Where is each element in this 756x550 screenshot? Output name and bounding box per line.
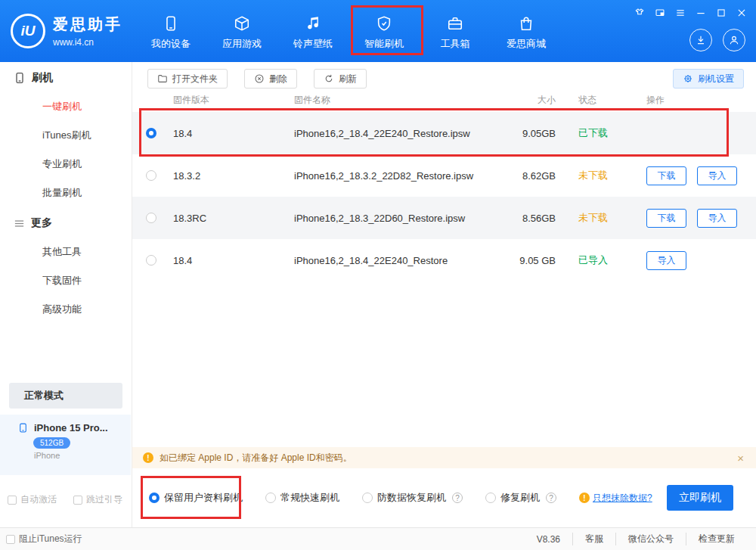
- erase-data-link-group: ! 只想抹除数据?: [579, 492, 652, 505]
- sidebar-item-download-firmware[interactable]: 下载固件: [0, 266, 132, 295]
- status-bar: 阻止iTunes运行 V8.36 客服 微信公众号 检查更新: [0, 527, 756, 550]
- device-card[interactable]: iPhone 15 Pro... 512GB iPhone: [0, 415, 131, 475]
- checkbox-label: 自动激活: [20, 493, 57, 506]
- minimize-icon[interactable]: [696, 8, 706, 18]
- nav-item-mall[interactable]: 爱思商城: [502, 15, 550, 51]
- download-button[interactable]: 下载: [646, 166, 686, 185]
- firmware-name: iPhone16,2_18.3.2_22D82_Restore.ipsw: [291, 170, 491, 182]
- option-keep-user-data[interactable]: 保留用户资料刷机: [149, 491, 243, 505]
- maximize-icon[interactable]: [716, 8, 727, 18]
- float-window-icon[interactable]: [655, 8, 665, 18]
- gear-icon: [683, 73, 693, 84]
- firmware-version: 18.4: [167, 128, 291, 139]
- help-icon[interactable]: ?: [546, 493, 556, 503]
- logo-text: 爱思助手 www.i4.cn: [53, 14, 122, 48]
- device-phone-icon: [18, 422, 28, 433]
- skin-icon[interactable]: [634, 8, 645, 18]
- option-label: 修复刷机: [500, 491, 540, 505]
- logo-mark: iU: [21, 23, 36, 39]
- table-row[interactable]: 18.4 iPhone16,2_18.4_22E240_Restore.ipsw…: [132, 112, 756, 154]
- sidebar-item-one-click-flash[interactable]: 一键刷机: [0, 92, 132, 121]
- empty-area: [132, 281, 756, 447]
- checkbox-icon: [8, 496, 17, 505]
- customer-service-link[interactable]: 客服: [572, 533, 615, 545]
- wechat-account-link[interactable]: 微信公众号: [615, 533, 686, 545]
- flash-settings-button[interactable]: 刷机设置: [673, 69, 744, 89]
- delete-button[interactable]: 删除: [244, 69, 297, 89]
- menu-icon[interactable]: [675, 8, 686, 18]
- nav-item-ringtones-wallpapers[interactable]: 铃声壁纸: [289, 15, 337, 51]
- firmware-name: iPhone16,2_18.4_22E240_Restore: [291, 255, 491, 266]
- firmware-name: iPhone16,2_18.4_22E240_Restore.ipsw: [291, 128, 491, 139]
- sidebar-item-other-tools[interactable]: 其他工具: [0, 238, 132, 266]
- check-update-link[interactable]: 检查更新: [686, 533, 747, 545]
- toolbar: 打开文件夹 删除 刷新 刷机设置: [132, 62, 756, 89]
- flash-now-button[interactable]: 立即刷机: [667, 485, 733, 511]
- radio-selected[interactable]: [146, 128, 156, 138]
- refresh-button[interactable]: 刷新: [314, 69, 367, 89]
- section-title: 更多: [31, 216, 52, 230]
- import-button[interactable]: 导入: [697, 209, 737, 228]
- table-row[interactable]: 18.3.2 iPhone16,2_18.3.2_22D82_Restore.i…: [132, 154, 756, 197]
- notice-close-icon[interactable]: ×: [737, 452, 744, 465]
- user-account-button[interactable]: [723, 29, 745, 51]
- sidebar: 刷机 一键刷机 iTunes刷机 专业刷机 批量刷机 更多 其他工具 下载固件 …: [0, 62, 132, 527]
- close-icon[interactable]: [736, 8, 747, 18]
- hamburger-icon: [14, 218, 25, 229]
- app-url: www.i4.cn: [53, 37, 122, 48]
- option-repair-flash[interactable]: 修复刷机 ?: [485, 491, 556, 505]
- refresh-icon: [324, 73, 334, 84]
- auto-activate-checkbox[interactable]: 自动激活: [8, 493, 57, 506]
- table-row[interactable]: 18.4 iPhone16,2_18.4_22E240_Restore 9.05…: [132, 239, 756, 281]
- radio-unselected[interactable]: [265, 493, 276, 503]
- option-label: 保留用户资料刷机: [164, 491, 243, 505]
- download-manager-button[interactable]: [689, 29, 712, 51]
- radio-unselected[interactable]: [146, 170, 156, 181]
- block-itunes-checkbox[interactable]: 阻止iTunes运行: [6, 533, 82, 545]
- sidebar-section-more: 更多: [0, 207, 132, 238]
- checkbox-label: 跳过引导: [86, 493, 122, 506]
- row-actions: 下载 导入: [635, 209, 756, 228]
- nav-item-toolbox[interactable]: 工具箱: [431, 15, 479, 51]
- import-button[interactable]: 导入: [646, 251, 686, 270]
- radio-cell: [132, 213, 167, 223]
- firmware-status: 未下载: [575, 211, 635, 225]
- table-row[interactable]: 18.3RC iPhone16,2_18.3_22D60_Restore.ips…: [132, 197, 756, 239]
- radio-unselected[interactable]: [146, 213, 156, 223]
- nav-item-my-devices[interactable]: 我的设备: [147, 15, 195, 51]
- button-label: 刷机设置: [698, 73, 734, 85]
- phone-icon: [14, 72, 26, 84]
- folder-icon: [157, 73, 168, 84]
- sidebar-item-pro-flash[interactable]: 专业刷机: [0, 150, 132, 179]
- radio-unselected[interactable]: [146, 255, 156, 266]
- header: iU 爱思助手 www.i4.cn 我的设备 应用游戏 铃声壁纸 智能刷机: [0, 0, 756, 62]
- row-actions: 下载 导入: [635, 166, 756, 185]
- sidebar-item-batch-flash[interactable]: 批量刷机: [0, 179, 132, 207]
- apple-id-notice: ! 如已绑定 Apple ID，请准备好 Apple ID和密码。 ×: [132, 447, 756, 468]
- logo-icon: iU: [11, 14, 45, 48]
- option-anti-data-recovery-flash[interactable]: 防数据恢复刷机 ?: [362, 491, 463, 505]
- radio-unselected[interactable]: [362, 493, 373, 503]
- warning-icon: !: [143, 452, 153, 463]
- device-row: iPhone 15 Pro...: [18, 422, 131, 433]
- sidebar-item-advanced[interactable]: 高级功能: [0, 295, 132, 324]
- app-window: iU 爱思助手 www.i4.cn 我的设备 应用游戏 铃声壁纸 智能刷机: [0, 0, 756, 550]
- open-folder-button[interactable]: 打开文件夹: [147, 69, 228, 89]
- radio-selected[interactable]: [149, 493, 160, 503]
- nav-item-apps-games[interactable]: 应用游戏: [218, 15, 266, 51]
- sidebar-item-itunes-flash[interactable]: iTunes刷机: [0, 121, 132, 150]
- erase-data-link[interactable]: 只想抹除数据?: [593, 492, 652, 505]
- normal-mode-button[interactable]: 正常模式: [9, 383, 122, 409]
- firmware-size: 9.05GB: [491, 128, 575, 139]
- help-icon[interactable]: ?: [452, 493, 463, 503]
- column-firmware-version: 固件版本: [167, 94, 291, 107]
- import-button[interactable]: 导入: [697, 166, 737, 185]
- option-normal-quick-flash[interactable]: 常规快速刷机: [265, 491, 339, 505]
- nav-item-smart-flash[interactable]: 智能刷机: [360, 15, 408, 51]
- radio-unselected[interactable]: [485, 493, 496, 503]
- skip-setup-checkbox[interactable]: 跳过引导: [73, 493, 122, 506]
- firmware-version: 18.3RC: [167, 213, 291, 224]
- notice-text: 如已绑定 Apple ID，请准备好 Apple ID和密码。: [160, 452, 352, 465]
- sidebar-checkboxes: 自动激活 跳过引导: [8, 493, 122, 506]
- download-button[interactable]: 下载: [646, 209, 686, 228]
